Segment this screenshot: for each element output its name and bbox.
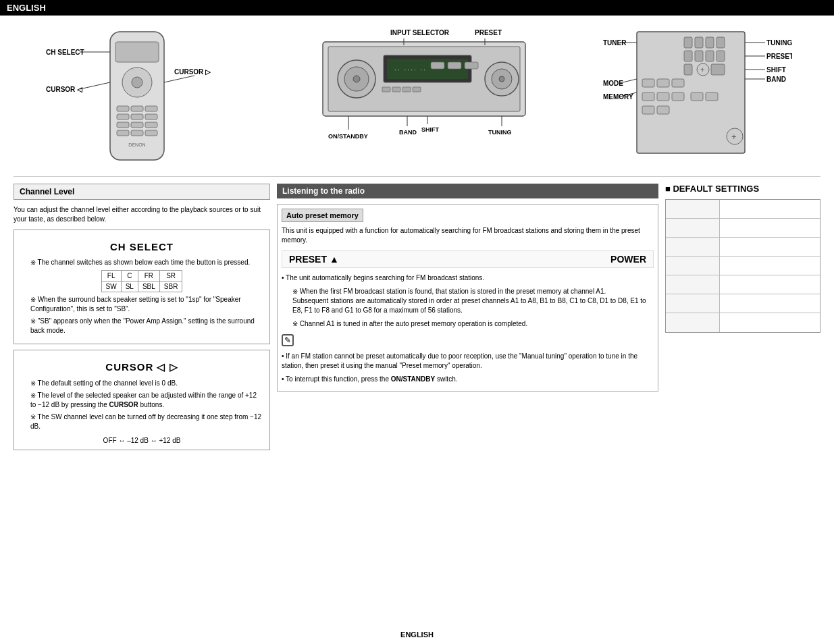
svg-rect-55	[684, 51, 692, 61]
cursor-title: CURSOR ◁ ▷	[20, 361, 264, 373]
svg-rect-36	[465, 62, 478, 69]
svg-line-18	[80, 82, 110, 89]
auto-preset-note1: ※ When the first FM broadcast station is…	[292, 287, 654, 315]
ch-note-1: When the surround back speaker setting i…	[30, 295, 264, 314]
svg-rect-70	[706, 92, 718, 101]
svg-text:PRESET: PRESET	[766, 53, 792, 60]
svg-text:SHIFT: SHIFT	[766, 66, 786, 74]
svg-rect-30	[382, 87, 390, 92]
auto-preset-intro: This unit is equipped with a function fo…	[282, 226, 654, 245]
svg-rect-66	[642, 92, 654, 101]
default-table-row-2	[666, 219, 820, 238]
channel-level-header: Channel Level	[14, 184, 270, 200]
svg-rect-63	[642, 79, 654, 87]
svg-rect-35	[448, 62, 461, 69]
svg-text:·· ···· ··: ·· ···· ··	[394, 68, 426, 74]
svg-text:TUNING: TUNING	[766, 39, 792, 47]
svg-rect-53	[706, 37, 714, 48]
cursor-note-1: The default setting of the channel level…	[30, 379, 264, 388]
diagrams-row: DENON CH SELECT CURSOR ◁ CURSOR ▷ INPUT …	[14, 22, 820, 177]
cursor-left-label: CURSOR ◁	[46, 86, 83, 93]
auto-preset-box: Auto preset memory This unit is equipped…	[277, 204, 658, 392]
default-table-row-1	[666, 200, 820, 219]
ch-note-2: "SB" appears only when the "Power Amp As…	[30, 317, 264, 336]
svg-text:BAND: BAND	[399, 129, 417, 136]
diagram-middle: INPUT SELECTOR PRESET ·· ···· ··	[303, 25, 546, 173]
ch-select-title: CH SELECT	[20, 241, 264, 252]
svg-text:INPUT SELECTOR: INPUT SELECTOR	[390, 29, 450, 36]
ch-select-label: CH SELECT	[46, 49, 84, 56]
ch-grid: FL C FR SR SW SL SBL SBR	[20, 270, 264, 292]
diagram-right: + + TUNING	[603, 25, 792, 173]
svg-point-3	[132, 77, 142, 88]
svg-rect-69	[691, 92, 703, 101]
cursor-right-label: CURSOR ▷	[174, 68, 211, 76]
default-table-row-5	[666, 275, 820, 294]
default-table-row-6	[666, 294, 820, 313]
banner-text: ENGLISH	[7, 3, 46, 13]
svg-rect-57	[706, 51, 714, 61]
svg-text:SHIFT: SHIFT	[421, 126, 440, 133]
svg-rect-58	[716, 51, 725, 61]
channel-level-intro: You can adjust the channel level either …	[14, 205, 270, 224]
note-icon: ✎	[282, 334, 294, 346]
svg-rect-6	[145, 106, 157, 111]
svg-rect-34	[431, 62, 444, 69]
default-table-row-4	[666, 257, 820, 275]
auto-preset-bullet1: The unit automatically begins searching …	[282, 273, 654, 283]
pencil-note-2: To interrupt this function, press the ON…	[282, 375, 654, 384]
svg-text:+: +	[700, 65, 704, 74]
ch-select-box: CH SELECT The channel switches as shown …	[14, 230, 270, 344]
default-settings-header: ■ DEFAULT SETTINGS	[665, 184, 820, 194]
svg-rect-15	[145, 130, 157, 136]
svg-rect-59	[684, 64, 692, 75]
remote-diagram-svg: DENON CH SELECT CURSOR ◁ CURSOR ▷	[43, 25, 245, 173]
pencil-note-1: If an FM station cannot be preset automa…	[282, 352, 654, 371]
diagram-left: DENON CH SELECT CURSOR ◁ CURSOR ▷	[43, 25, 245, 173]
radio-header: Listening to the radio	[277, 184, 658, 198]
svg-text:MODE: MODE	[603, 80, 623, 87]
svg-rect-52	[695, 37, 703, 48]
preset-label: PRESET ▲	[289, 254, 339, 265]
svg-rect-12	[145, 122, 157, 128]
svg-rect-54	[716, 37, 725, 48]
footer-text: ENGLISH	[400, 630, 434, 639]
cursor-note-2: The level of the selected speaker can be…	[30, 391, 264, 410]
svg-rect-68	[672, 92, 684, 101]
svg-text:TUNING: TUNING	[488, 129, 512, 136]
offset-range: OFF ↔ –12 dB ↔ +12 dB	[20, 437, 264, 444]
svg-text:TUNER: TUNER	[603, 39, 627, 47]
svg-rect-14	[131, 130, 143, 136]
svg-rect-51	[684, 37, 692, 48]
preset-power-header: PRESET ▲ POWER	[282, 250, 654, 268]
default-settings-section: ■ DEFAULT SETTINGS	[665, 184, 820, 629]
page-footer: ENGLISH	[0, 630, 834, 639]
svg-point-39	[499, 76, 504, 82]
svg-rect-1	[115, 42, 159, 62]
device-diagram-svg: INPUT SELECTOR PRESET ·· ···· ··	[303, 25, 546, 173]
svg-rect-8	[131, 114, 143, 119]
top-banner: ENGLISH	[0, 0, 834, 16]
svg-rect-67	[657, 92, 669, 101]
svg-rect-65	[672, 79, 684, 87]
cursor-box: CURSOR ◁ ▷ The default setting of the ch…	[14, 350, 270, 450]
svg-rect-11	[131, 122, 143, 128]
svg-text:BAND: BAND	[766, 76, 786, 83]
svg-text:DENON: DENON	[128, 142, 145, 147]
svg-rect-7	[117, 114, 129, 119]
svg-rect-13	[117, 130, 129, 136]
svg-rect-72	[657, 106, 669, 114]
svg-text:PRESET: PRESET	[475, 29, 502, 36]
svg-text:MEMORY: MEMORY	[603, 93, 633, 101]
pencil-icon-area: ✎	[282, 334, 654, 349]
default-table-row-3	[666, 238, 820, 257]
bottom-sections: Channel Level You can adjust the channel…	[14, 184, 820, 629]
svg-rect-4	[117, 106, 129, 111]
svg-text:ON/STANDBY: ON/STANDBY	[328, 133, 368, 140]
svg-rect-32	[402, 87, 411, 92]
right-section: Listening to the radio Auto preset memor…	[277, 184, 820, 629]
auto-preset-header: Auto preset memory	[282, 209, 363, 222]
default-settings-table	[665, 199, 820, 333]
radio-section: Listening to the radio Auto preset memor…	[277, 184, 658, 629]
svg-rect-9	[145, 114, 157, 119]
